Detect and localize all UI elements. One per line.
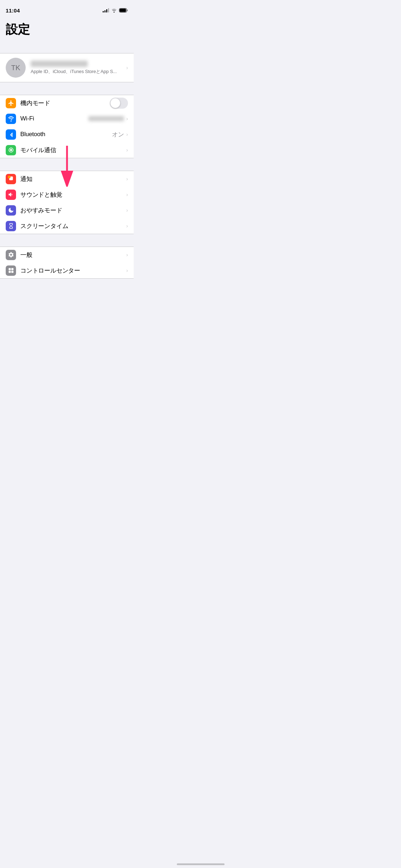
svg-rect-11 — [9, 271, 11, 273]
svg-point-8 — [8, 176, 11, 179]
notifications-icon-bg — [6, 174, 16, 184]
svg-rect-9 — [9, 268, 11, 270]
sounds-icon — [8, 191, 14, 198]
status-time: 11:04 — [6, 7, 20, 14]
general-section: 一般 › コントロールセンター › — [0, 247, 134, 279]
svg-rect-1 — [127, 10, 128, 11]
section-gap-with-arrow — [0, 158, 134, 171]
account-row[interactable]: TK Apple ID、iCloud、iTunes StoreとApp S...… — [0, 53, 134, 82]
wifi-value-blur — [88, 116, 124, 121]
cellular-chevron: › — [126, 147, 128, 153]
page-title: 設定 — [6, 21, 128, 38]
controlcenter-row[interactable]: コントロールセンター › — [0, 263, 134, 278]
donotdisturb-icon-bg — [6, 205, 16, 216]
screentime-icon-bg — [6, 221, 16, 231]
sounds-icon-bg — [6, 190, 16, 200]
wifi-label: Wi-Fi — [20, 115, 88, 122]
account-chevron: › — [126, 65, 128, 71]
battery-icon — [119, 8, 128, 12]
general-chevron: › — [126, 252, 128, 258]
notifications-label: 通知 — [20, 175, 126, 183]
connectivity-section: 機内モード Wi-Fi › Bluetooth オン › — [0, 95, 134, 158]
account-info: Apple ID、iCloud、iTunes StoreとApp S... — [31, 61, 126, 75]
screentime-label: スクリーンタイム — [20, 222, 126, 230]
avatar: TK — [6, 58, 26, 78]
account-section: TK Apple ID、iCloud、iTunes StoreとApp S...… — [0, 53, 134, 82]
airplane-icon — [8, 100, 14, 106]
wifi-row[interactable]: Wi-Fi › — [0, 111, 134, 126]
donotdisturb-label: おやすみモード — [20, 206, 126, 215]
bluetooth-label: Bluetooth — [20, 131, 112, 138]
account-name-blur — [31, 61, 88, 67]
svg-rect-2 — [120, 9, 126, 12]
notifications-chevron: › — [126, 176, 128, 182]
wifi-icon-bg — [6, 114, 16, 124]
notifications-icon — [8, 176, 14, 182]
wifi-settings-icon — [8, 115, 14, 122]
bluetooth-chevron: › — [126, 131, 128, 137]
controlcenter-icon — [8, 267, 14, 274]
sounds-chevron: › — [126, 192, 128, 197]
bluetooth-icon-bg — [6, 129, 16, 140]
page-title-area: 設定 — [0, 16, 134, 41]
donotdisturb-row[interactable]: おやすみモード › — [0, 202, 134, 218]
controlcenter-icon-bg — [6, 265, 16, 276]
section-gap-3 — [0, 158, 134, 171]
controlcenter-chevron: › — [126, 268, 128, 273]
cellular-label: モバイル通信 — [20, 146, 126, 154]
section-gap-4 — [0, 234, 134, 247]
cellular-icon-bg — [6, 145, 16, 155]
general-row[interactable]: 一般 › — [0, 247, 134, 263]
hourglass-icon — [8, 223, 14, 229]
signal-icon — [103, 8, 109, 12]
moon-icon — [8, 207, 14, 213]
sounds-label: サウンドと触覚 — [20, 191, 126, 199]
bluetooth-icon — [8, 131, 14, 138]
general-icon-bg — [6, 250, 16, 260]
svg-rect-10 — [11, 268, 13, 270]
donotdisturb-chevron: › — [126, 207, 128, 213]
toggle-knob — [110, 98, 120, 108]
cellular-icon — [8, 147, 14, 153]
screentime-row[interactable]: スクリーンタイム › — [0, 218, 134, 234]
svg-point-4 — [10, 149, 12, 151]
controlcenter-label: コントロールセンター — [20, 267, 126, 275]
airplane-mode-toggle[interactable] — [110, 98, 128, 109]
status-icons — [103, 8, 128, 12]
bluetooth-row[interactable]: Bluetooth オン › — [0, 126, 134, 142]
screentime-chevron: › — [126, 223, 128, 229]
cellular-row[interactable]: モバイル通信 › — [0, 142, 134, 158]
section-gap-1 — [0, 41, 134, 53]
airplane-icon-bg — [6, 98, 16, 108]
airplane-mode-row[interactable]: 機内モード — [0, 95, 134, 111]
notifications-row[interactable]: 通知 › — [0, 171, 134, 187]
status-bar: 11:04 — [0, 0, 134, 16]
airplane-mode-label: 機内モード — [20, 99, 107, 107]
general-label: 一般 — [20, 251, 126, 259]
svg-rect-12 — [11, 271, 13, 273]
section-gap-2 — [0, 82, 134, 95]
account-subtitle: Apple ID、iCloud、iTunes StoreとApp S... — [31, 68, 126, 75]
wifi-icon — [111, 8, 117, 12]
bluetooth-value: オン — [112, 130, 124, 139]
gear-icon — [8, 252, 14, 258]
sounds-row[interactable]: サウンドと触覚 › — [0, 187, 134, 202]
wifi-chevron: › — [126, 116, 128, 122]
notifications-section: 通知 › サウンドと触覚 › おやすみモード › スクリーンタイム › — [0, 171, 134, 234]
